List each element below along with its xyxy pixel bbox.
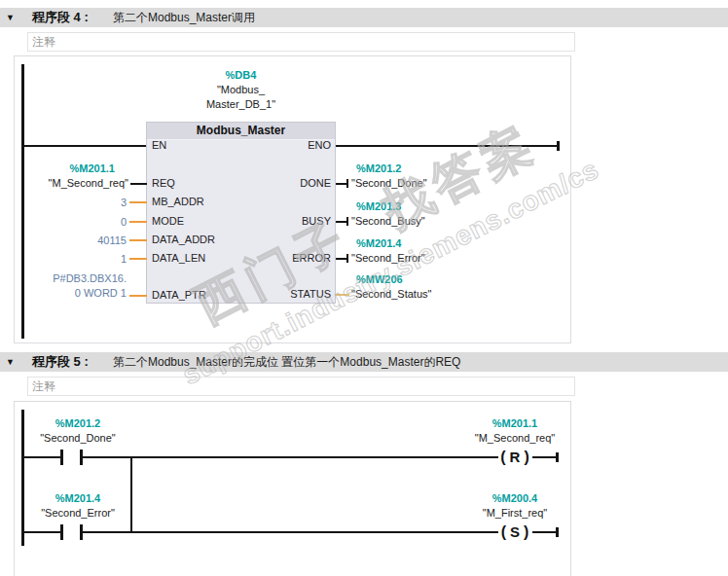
pin-mb-addr[interactable]: MB_ADDR — [152, 196, 204, 207]
pin-eno[interactable]: ENO — [234, 139, 331, 151]
coil1-operand[interactable]: %M201.1 "M_Second_req" — [447, 416, 583, 446]
contact1-name: "Second_Done" — [10, 431, 146, 446]
pin-done[interactable]: DONE — [234, 177, 331, 189]
network5-label: 程序段 5 : — [32, 352, 89, 372]
collapse-triangle-icon[interactable]: ▼ — [6, 352, 19, 372]
contact1-address: %M201.2 — [10, 416, 146, 431]
db-address: %DB4 — [146, 68, 336, 83]
done-operand[interactable]: %M201.2 "Second_Done" — [351, 162, 546, 191]
contact2-operand[interactable]: %M201.4 "Second_Error" — [10, 491, 146, 521]
status-operand-name: "Second_Status" — [351, 287, 546, 302]
status-operand-address: %MW206 — [351, 272, 546, 287]
data-ptr-connector — [129, 295, 147, 297]
coil2-name: "M_First_req" — [447, 506, 583, 521]
coil2-address: %M200.4 — [447, 491, 583, 506]
rung2-end-tick — [556, 527, 559, 537]
rung1-wire — [532, 456, 558, 458]
data-ptr-value-line2: 0 WORD 1 — [75, 287, 127, 299]
status-connector — [336, 294, 349, 296]
error-operand-name: "Second_Error" — [351, 251, 546, 266]
coil2-operand[interactable]: %M200.4 "M_First_req" — [447, 491, 583, 521]
pin-mode[interactable]: MODE — [152, 215, 184, 227]
db-name-line2: Master_DB_1" — [146, 97, 336, 112]
rung1-wire — [21, 456, 61, 458]
eno-wire-end-tick — [557, 141, 560, 151]
rung2-wire — [532, 531, 558, 533]
coil1-name: "M_Second_req" — [447, 431, 583, 446]
pin-en[interactable]: EN — [152, 139, 166, 151]
network5-title-bar[interactable]: ▼ 程序段 5 : 第二个Modbus_Master的完成位 置位第一个Modb… — [0, 352, 728, 372]
pin-data-len[interactable]: DATA_LEN — [152, 252, 205, 264]
instance-db-label[interactable]: %DB4 "Modbus_ Master_DB_1" — [146, 68, 336, 112]
rung2-wire — [21, 531, 61, 533]
status-operand[interactable]: %MW206 "Second_Status" — [351, 272, 546, 302]
pin-error[interactable]: ERROR — [234, 252, 331, 264]
data-len-connector — [129, 258, 147, 260]
pin-req[interactable]: REQ — [152, 177, 175, 189]
busy-operand[interactable]: %M201.3 "Second_Busy" — [351, 199, 546, 229]
mb-addr-connector — [129, 201, 147, 203]
done-operand-address: %M201.2 — [351, 162, 546, 176]
mode-connector — [129, 221, 147, 223]
set-coil[interactable]: S — [495, 523, 534, 541]
pin-busy[interactable]: BUSY — [234, 215, 331, 227]
pin-data-ptr[interactable]: DATA_PTR — [152, 289, 206, 301]
network5-comment[interactable]: 注释 — [27, 377, 575, 396]
busy-connector-tick — [346, 217, 348, 226]
req-operand[interactable]: %M201.1 "M_Second_req" — [2, 162, 128, 191]
rung1-end-tick — [556, 452, 559, 462]
pin-data-addr[interactable]: DATA_ADDR — [152, 234, 215, 245]
req-operand-name: "M_Second_req" — [2, 176, 128, 191]
req-connector — [130, 183, 147, 185]
network4-comment[interactable]: 注释 — [27, 32, 575, 52]
mode-value[interactable]: 0 — [2, 215, 127, 230]
req-operand-address: %M201.1 — [2, 162, 128, 176]
collapse-triangle-icon[interactable]: ▼ — [6, 8, 19, 27]
network5-title: 第二个Modbus_Master的完成位 置位第一个Modbus_Master的… — [113, 352, 460, 372]
data-ptr-value[interactable]: P#DB3.DBX16. 0 WORD 1 — [2, 271, 127, 301]
error-operand[interactable]: %M201.4 "Second_Error" — [351, 236, 546, 266]
contact1-operand[interactable]: %M201.2 "Second_Done" — [10, 416, 146, 446]
coil1-address: %M201.1 — [447, 416, 583, 431]
error-operand-address: %M201.4 — [351, 236, 546, 251]
en-wire — [21, 145, 146, 147]
data-ptr-value-line1: P#DB3.DBX16. — [53, 272, 127, 284]
network4-label: 程序段 4 : — [32, 8, 89, 27]
eno-wire — [336, 145, 559, 147]
db-name-line1: "Modbus_ — [146, 83, 336, 97]
data-len-value[interactable]: 1 — [2, 252, 127, 267]
no-contact-bar[interactable] — [60, 524, 63, 540]
rung2-wire — [83, 531, 498, 533]
done-connector-tick — [346, 179, 348, 188]
reset-coil-letter: R — [510, 449, 521, 466]
set-coil-letter: S — [510, 523, 520, 541]
block-title: Modbus_Master — [147, 123, 335, 140]
contact2-name: "Second_Error" — [10, 506, 146, 521]
network4-title: 第二个Modbus_Master调用 — [113, 8, 255, 27]
error-connector-tick — [346, 254, 348, 263]
data-addr-value[interactable]: 40115 — [2, 234, 127, 248]
rung1-wire — [83, 456, 498, 458]
pin-status[interactable]: STATUS — [234, 288, 331, 300]
ladder-editor: ▼ 程序段 4 : 第二个Modbus_Master调用 注释 %DB4 "Mo… — [0, 0, 728, 576]
contact2-address: %M201.4 — [10, 491, 146, 506]
busy-operand-address: %M201.3 — [351, 199, 546, 214]
data-addr-connector — [129, 239, 147, 241]
mb-addr-value[interactable]: 3 — [2, 196, 127, 210]
no-contact-bar[interactable] — [60, 450, 63, 465]
reset-coil[interactable]: R — [495, 449, 534, 466]
busy-operand-name: "Second_Busy" — [351, 214, 546, 229]
done-operand-name: "Second_Done" — [351, 176, 546, 191]
network4-title-bar[interactable]: ▼ 程序段 4 : 第二个Modbus_Master调用 — [0, 8, 728, 27]
